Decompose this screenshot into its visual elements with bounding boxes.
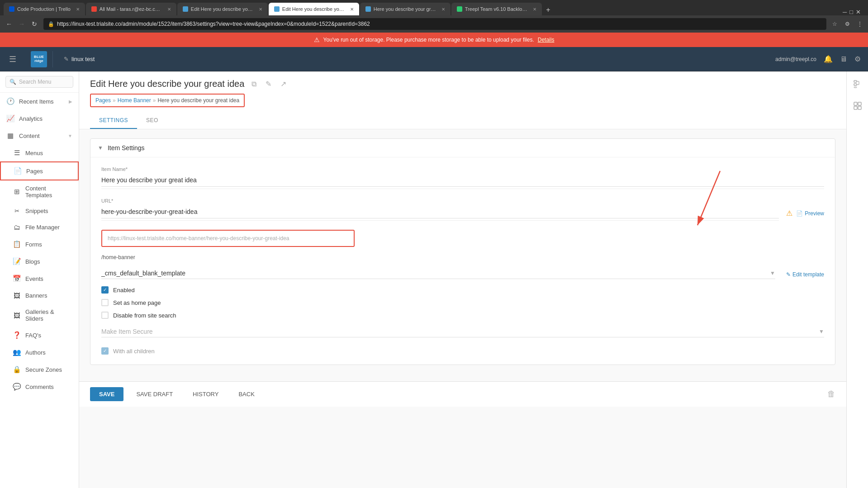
breadcrumb-home-banner[interactable]: Home Banner	[118, 97, 151, 104]
copy-icon[interactable]: ⧉	[250, 79, 258, 89]
window-minimize[interactable]: ─	[843, 9, 847, 15]
save-draft-button[interactable]: SAVE DRAFT	[129, 387, 180, 401]
tab-label-here: Here you describe your great ide...	[374, 6, 436, 12]
tab-seo[interactable]: SEO	[137, 113, 167, 129]
notifications-icon[interactable]: 🔔	[824, 55, 833, 63]
address-lock-icon: 🔒	[48, 21, 54, 27]
browser-menu-icon[interactable]: ⋮	[855, 19, 864, 28]
breadcrumb-current: Here you describe your great idea	[157, 97, 239, 104]
alert-message: You've run out of storage. Please purcha…	[323, 37, 534, 43]
tab-favicon-gmail	[91, 6, 97, 12]
sidebar-item-content-templates[interactable]: ⊞ Content Templates	[0, 180, 79, 203]
save-button[interactable]: SAVE	[90, 387, 123, 401]
svg-rect-10	[858, 106, 861, 109]
footer-bar: SAVE SAVE DRAFT HISTORY BACK 🗑	[79, 381, 846, 407]
search-placeholder: Search Menu	[19, 79, 51, 85]
alert-icon: ⚠	[314, 36, 320, 43]
tab-favicon-treepl	[457, 6, 462, 12]
window-close[interactable]: ✕	[856, 9, 861, 15]
tab-settings[interactable]: SETTINGS	[90, 113, 137, 129]
edit-icon[interactable]: ✎	[264, 79, 273, 89]
tab-edit1[interactable]: Edit Here you describe your gre... ✕	[177, 3, 268, 15]
tab-treepl[interactable]: Treepl Team v6.10 Backlog - Boa... ✕	[451, 3, 542, 15]
breadcrumb-pages[interactable]: Pages	[95, 97, 111, 104]
sidebar-item-comments[interactable]: 💬 Comments	[0, 378, 79, 395]
analytics-icon: 📈	[6, 114, 14, 123]
right-panel-tree-icon[interactable]	[850, 77, 865, 91]
tab-close-here[interactable]: ✕	[439, 7, 445, 12]
checkbox-enabled[interactable]: Enabled	[101, 286, 824, 294]
preview-button[interactable]: 📄 Preview	[796, 210, 824, 217]
bookmark-icon[interactable]: ☆	[830, 19, 839, 28]
tab-close-gmail[interactable]: ✕	[165, 7, 171, 12]
blogs-icon: 📝	[13, 257, 21, 265]
sidebar-item-events[interactable]: 📅 Events	[0, 270, 79, 287]
search-input[interactable]: 🔍 Search Menu	[5, 76, 73, 88]
checkbox-home-page[interactable]: Set as home page	[101, 299, 824, 306]
card-header[interactable]: ▼ Item Settings	[90, 139, 835, 157]
breadcrumb: Pages » Home Banner » Here you describe …	[90, 94, 245, 107]
tab-here[interactable]: Here you describe your great ide... ✕	[360, 3, 451, 15]
export-icon[interactable]: ↗	[279, 79, 288, 89]
site-name-area[interactable]: ✎ linux test	[64, 56, 95, 62]
new-tab-button[interactable]: +	[543, 5, 554, 15]
faqs-icon: ❓	[13, 331, 21, 339]
sidebar-item-snippets[interactable]: ✂ Snippets	[0, 203, 79, 219]
tab-label-gmail: All Mail - taras.r@ez-bc.com - E...	[100, 6, 162, 12]
sidebar-item-forms[interactable]: 📋 Forms	[0, 236, 79, 253]
sidebar-item-galleries[interactable]: 🖼 Galleries & Sliders	[0, 304, 79, 327]
tab-close-treepl[interactable]: ✕	[530, 7, 536, 12]
checkbox-home-page-label: Set as home page	[113, 299, 161, 306]
edit-template-button[interactable]: ✎ Edit template	[786, 271, 824, 278]
item-name-group: Item Name*	[101, 166, 824, 189]
recent-items-icon: 🕐	[6, 97, 14, 105]
address-bar[interactable]: 🔒 https://linux-test.trialsite.co/admin/…	[43, 18, 826, 30]
tab-gmail[interactable]: All Mail - taras.r@ez-bc.com - E... ✕	[86, 3, 176, 15]
checkbox-enabled-box	[101, 286, 109, 294]
page-title: Edit Here you describe your great idea	[90, 79, 244, 89]
alert-banner: ⚠ You've run out of storage. Please purc…	[0, 33, 868, 47]
item-name-input[interactable]	[101, 174, 824, 187]
sidebar-item-pages[interactable]: 📄 Pages	[0, 161, 79, 180]
history-button[interactable]: HISTORY	[185, 387, 226, 401]
settings-icon[interactable]: ⚙	[854, 55, 861, 63]
sidebar-item-file-manager[interactable]: 🗂 File Manager	[0, 219, 79, 236]
url-input[interactable]	[101, 205, 779, 218]
tab-close-trello[interactable]: ✕	[73, 7, 80, 12]
preview-icon[interactable]: 🖥	[840, 55, 847, 63]
alert-details-link[interactable]: Details	[538, 37, 555, 43]
sidebar-item-menus[interactable]: ☰ Menus	[0, 144, 79, 161]
tab-edit2[interactable]: Edit Here you describe your gre... ✕	[269, 3, 359, 15]
window-maximize[interactable]: □	[849, 9, 853, 15]
checkbox-disable-search[interactable]: Disable from site search	[101, 312, 824, 319]
sidebar-item-content[interactable]: ▦ Content ▼	[0, 127, 79, 144]
sidebar-item-banners[interactable]: 🖼 Banners	[0, 287, 79, 304]
file-manager-icon: 🗂	[13, 223, 21, 231]
tab-close-edit2[interactable]: ✕	[347, 7, 354, 12]
extensions-icon[interactable]: ⚙	[843, 19, 852, 28]
hamburger-button[interactable]: ☰	[7, 52, 18, 66]
content-icon: ▦	[6, 132, 14, 140]
forward-button[interactable]: →	[16, 19, 27, 29]
tab-trello[interactable]: Code Production | Trello ✕	[4, 3, 85, 15]
sidebar-item-blogs[interactable]: 📝 Blogs	[0, 253, 79, 270]
tab-close-edit1[interactable]: ✕	[256, 7, 262, 12]
sidebar-item-analytics[interactable]: 📈 Analytics	[0, 110, 79, 127]
tab-favicon-edit1	[183, 6, 188, 12]
checkboxes-group: Enabled Set as home page Disable from si…	[101, 286, 824, 319]
back-button-footer[interactable]: BACK	[231, 387, 261, 401]
sidebar-item-secure-zones[interactable]: 🔒 Secure Zones	[0, 361, 79, 378]
sidebar-item-recent-items[interactable]: 🕐 Recent Items ▶	[0, 93, 79, 110]
file-manager-label: File Manager	[25, 224, 72, 231]
forms-label: Forms	[25, 241, 72, 248]
galleries-icon: 🖼	[13, 312, 21, 319]
reload-button[interactable]: ↻	[29, 19, 40, 29]
right-panel-grid-icon[interactable]	[850, 99, 865, 113]
sidebar-item-authors[interactable]: 👥 Authors	[0, 344, 79, 361]
sidebar-item-faqs[interactable]: ❓ FAQ's	[0, 327, 79, 344]
delete-button[interactable]: 🗑	[827, 389, 835, 399]
pages-label: Pages	[26, 168, 71, 175]
content-area: Edit Here you describe your great idea ⧉…	[79, 71, 846, 488]
back-button[interactable]: ←	[4, 19, 14, 29]
pages-icon: 📄	[14, 167, 22, 175]
